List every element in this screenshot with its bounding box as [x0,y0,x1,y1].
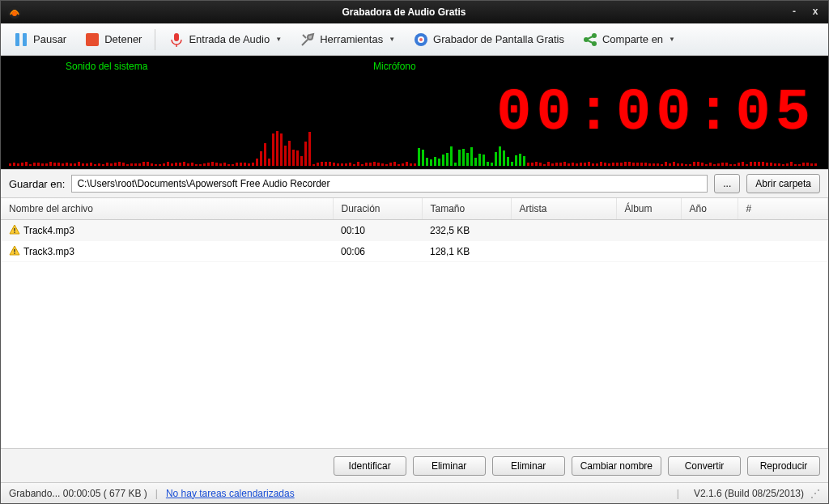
cell-num [738,220,828,241]
open-folder-button[interactable]: Abrir carpeta [746,174,820,193]
save-path-input[interactable] [71,175,708,193]
warning-icon [9,224,20,235]
cell-year [681,220,738,241]
version-label: V2.1.6 (Build 08/25/2013) [694,488,804,499]
col-size[interactable]: Tamaño [422,198,511,220]
pause-label: Pausar [33,33,66,45]
separator [155,29,155,50]
tools-icon [300,32,316,48]
screen-recorder-label: Grabador de Pantalla Gratis [433,33,564,45]
svg-rect-18 [14,253,15,254]
svg-point-9 [419,38,423,41]
browse-button[interactable]: ... [714,174,740,193]
col-num[interactable]: # [738,198,828,220]
cell-artist [511,241,616,262]
svg-rect-2 [15,33,19,46]
svg-rect-17 [14,249,15,252]
svg-line-14 [588,40,593,43]
stop-icon [84,32,100,48]
table-row[interactable]: Track3.mp300:06128,1 KB [1,241,828,262]
warning-icon [9,245,20,256]
share-label: Comparte en [602,33,663,45]
cell-album [616,241,681,262]
svg-point-1 [12,11,17,16]
waveform-area: Sonido del sistema Micrófono 00:00:05 [1,56,828,169]
svg-rect-16 [14,232,15,233]
chevron-down-icon: ▼ [669,36,675,43]
microphone-icon [168,32,185,48]
track-table-container: Nombre del archivo Duración Tamaño Artis… [1,198,828,448]
cell-artist [511,220,616,241]
svg-rect-15 [14,228,15,231]
microphone-label: Micrófono [373,61,416,72]
col-album[interactable]: Álbum [616,198,681,220]
scheduled-tasks-link[interactable]: No hay tareas calendarizadas [166,488,295,499]
table-row[interactable]: Track4.mp300:10232,5 KB [1,220,828,241]
chevron-down-icon: ▼ [275,36,282,43]
cell-filename: Track3.mp3 [23,246,74,257]
waveform-bars [9,117,820,166]
cell-album [616,220,681,241]
col-filename[interactable]: Nombre del archivo [1,198,333,220]
cell-num [738,241,828,262]
statusbar: Grabando... 00:00:05 ( 677 KB ) | No hay… [1,482,828,503]
svg-rect-5 [174,33,179,41]
system-sound-label: Sonido del sistema [66,61,147,72]
svg-rect-4 [86,33,99,46]
convert-button[interactable]: Convertir [668,456,741,476]
action-buttons-row: Identificar Eliminar Eliminar Cambiar no… [1,448,828,482]
cell-size: 232,5 KB [422,220,511,241]
col-year[interactable]: Año [681,198,738,220]
delete-button-1[interactable]: Eliminar [413,456,486,476]
audio-input-label: Entrada de Audio [189,33,270,45]
col-duration[interactable]: Duración [333,198,422,220]
cell-duration: 00:06 [333,241,422,262]
table-header-row: Nombre del archivo Duración Tamaño Artis… [1,198,828,220]
screen-recorder-icon [413,32,429,48]
stop-button[interactable]: Detener [77,28,149,52]
close-button[interactable]: x [809,6,822,19]
share-icon [582,32,598,48]
titlebar: Grabadora de Audio Gratis - x [1,1,828,23]
screen-recorder-button[interactable]: Grabador de Pantalla Gratis [406,28,572,52]
share-button[interactable]: Comparte en ▼ [575,28,682,52]
col-artist[interactable]: Artista [511,198,616,220]
save-row: Guardar en: ... Abrir carpeta [1,169,828,198]
play-button[interactable]: Reproducir [747,456,820,476]
toolbar: Pausar Detener Entrada de Audio ▼ Herram… [1,23,828,56]
pause-icon [13,32,29,48]
svg-rect-3 [23,33,27,46]
delete-button-2[interactable]: Eliminar [492,456,565,476]
audio-input-button[interactable]: Entrada de Audio ▼ [161,28,289,52]
pause-button[interactable]: Pausar [6,28,74,52]
tools-label: Herramientas [320,33,383,45]
window-title: Grabadora de Audio Gratis [28,6,780,18]
track-table: Nombre del archivo Duración Tamaño Artis… [1,198,828,262]
tools-button[interactable]: Herramientas ▼ [292,28,402,52]
cell-filename: Track4.mp3 [23,225,74,236]
cell-duration: 00:10 [333,220,422,241]
svg-line-13 [588,36,593,39]
cell-year [681,241,738,262]
chevron-down-icon: ▼ [389,36,395,43]
stop-label: Detener [104,33,142,45]
app-icon [7,5,22,19]
rename-button[interactable]: Cambiar nombre [572,456,661,476]
identify-button[interactable]: Identificar [334,456,406,476]
save-label: Guardar en: [9,178,65,190]
recording-status: Grabando... 00:00:05 ( 677 KB ) [9,488,147,499]
cell-size: 128,1 KB [422,241,511,262]
resize-grip-icon[interactable]: ⋰ [810,488,820,499]
minimize-button[interactable]: - [788,6,801,19]
